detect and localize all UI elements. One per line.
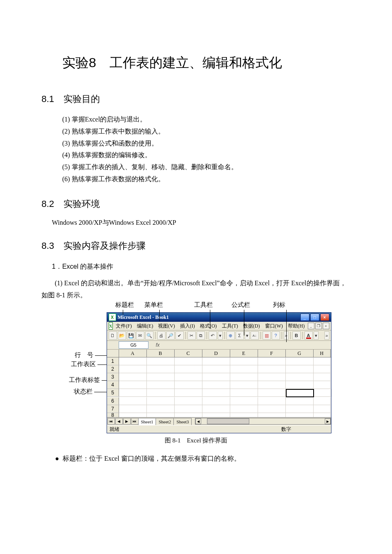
print-preview-icon[interactable]: 🔎 <box>166 331 175 340</box>
menu-format[interactable]: 格式(O) <box>198 322 219 330</box>
mail-icon[interactable]: ✉ <box>136 331 144 340</box>
objective-item: (5) 掌握工作表的插入、复制、移动、隐藏、删除和重命名。 <box>62 161 351 173</box>
toolbar-separator <box>290 332 291 339</box>
fx-label[interactable]: fx <box>156 342 160 348</box>
sheet-tab[interactable]: Sheet3 <box>173 418 192 425</box>
row-header[interactable]: 4 <box>107 381 119 389</box>
spellcheck-icon[interactable]: ✔ <box>175 331 184 340</box>
column-header[interactable]: G <box>286 350 314 357</box>
menu-bar: X 文件(F) 编辑(E) 视图(V) 插入(I) 格式(O) 工具(T) 数据… <box>107 322 331 330</box>
toolbar-separator <box>224 332 225 339</box>
status-numlock: 数字 <box>281 426 291 433</box>
undo-dropdown-icon[interactable]: ▾ <box>218 331 223 340</box>
doc-minimize-button[interactable]: _ <box>308 323 314 329</box>
figure-top-annotations: 标题栏 菜单栏 工具栏 公式栏 列标 <box>115 301 331 309</box>
sheet-tab[interactable]: Sheet2 <box>156 418 174 425</box>
font-color-button[interactable]: A <box>304 331 313 340</box>
annot-menubar: 菜单栏 <box>144 301 178 309</box>
toolbar-separator <box>282 332 282 339</box>
toolbar-separator <box>261 332 261 339</box>
annot-colheader: 列标 <box>273 301 294 309</box>
menu-edit[interactable]: 编辑(E) <box>135 322 155 330</box>
horizontal-scrollbar[interactable]: ◀ ▶ <box>195 418 331 425</box>
format-toolbar-more-icon[interactable]: » <box>324 331 329 340</box>
bold-button[interactable]: B <box>292 331 301 340</box>
doc-close-button[interactable]: × <box>323 323 329 329</box>
row-header[interactable]: 2 <box>107 365 119 373</box>
column-header[interactable]: H <box>314 350 331 357</box>
bullet-item: ● 标题栏：位于 Excel 窗口的顶端，其左侧显示有窗口的名称。 <box>53 453 351 465</box>
copy-icon[interactable]: ⧉ <box>197 331 205 340</box>
row-header[interactable]: 5 <box>107 389 119 397</box>
window-title: Microsoft Excel - Book1 <box>118 314 300 321</box>
close-button[interactable]: × <box>320 313 329 321</box>
column-header[interactable]: D <box>202 350 230 357</box>
column-header[interactable]: F <box>258 350 286 357</box>
toolbar-separator <box>155 332 156 339</box>
scroll-left-icon[interactable]: ◀ <box>195 418 201 424</box>
menu-view[interactable]: 视图(V) <box>156 322 177 330</box>
help-icon[interactable]: ? <box>272 331 280 340</box>
save-icon[interactable]: 💾 <box>127 331 135 340</box>
tab-nav-prev-icon[interactable]: ◀ <box>115 418 123 425</box>
sheet-tab[interactable]: Sheet1 <box>138 418 156 425</box>
worksheet-grid[interactable]: A B C D E F G H 1 2 3 4 5 6 <box>107 350 331 417</box>
tab-nav-next-icon[interactable]: ▶ <box>123 418 131 425</box>
annot-sheettabs: 工作表标签 <box>69 377 100 383</box>
objective-item: (6) 熟练掌握工作表数据的格式化。 <box>62 173 351 185</box>
menu-file[interactable]: 文件(F) <box>114 322 134 330</box>
subheading-1: 1．Excel 的基本操作 <box>52 262 351 271</box>
toolbar-separator <box>185 332 186 339</box>
objective-item: (1) 掌握Excel的启动与退出。 <box>62 114 351 126</box>
heading-8-3: 8.3 实验内容及操作步骤 <box>41 240 351 252</box>
row-header[interactable]: 8 <box>107 413 119 417</box>
menu-help[interactable]: 帮助(H) <box>286 322 307 330</box>
column-header[interactable]: A <box>119 350 147 357</box>
annot-titlebar: 标题栏 <box>115 301 140 309</box>
bullet-text: 标题栏：位于 Excel 窗口的顶端，其左侧显示有窗口的名称。 <box>63 455 240 462</box>
heading-8-1: 8.1 实验目的 <box>41 93 351 105</box>
active-cell[interactable] <box>286 389 314 397</box>
chart-icon[interactable]: ▥ <box>263 331 271 340</box>
annot-rowheader: 行 号 <box>75 352 93 358</box>
status-ready: 就绪 <box>110 426 119 433</box>
excel-app-icon: X <box>109 313 116 321</box>
autosum-icon[interactable]: Σ <box>236 331 244 340</box>
name-box[interactable]: G5 <box>119 341 149 349</box>
print-icon[interactable]: 🖨 <box>157 331 166 340</box>
new-icon[interactable]: 🗋 <box>109 331 117 340</box>
column-header[interactable]: E <box>230 350 258 357</box>
scroll-thumb[interactable] <box>207 418 249 424</box>
tab-nav-last-icon[interactable]: ⏭ <box>131 418 139 425</box>
search-icon[interactable]: 🔍 <box>145 331 153 340</box>
menu-window[interactable]: 窗口(W) <box>263 322 285 330</box>
row-header[interactable]: 1 <box>107 357 119 365</box>
undo-icon[interactable]: ↶ <box>209 331 217 340</box>
objective-item: (4) 熟练掌握数据的编辑修改。 <box>62 149 351 161</box>
paragraph-1: (1) Excel 的启动和退出。单击“开始/程序/Microsoft Exec… <box>41 277 351 301</box>
sort-asc-icon[interactable]: A↓ <box>251 331 259 340</box>
menu-insert[interactable]: 插入(I) <box>178 322 197 330</box>
row-header[interactable]: 7 <box>107 405 119 413</box>
annot-toolbar: 工具栏 <box>194 301 227 309</box>
row-header[interactable]: 3 <box>107 373 119 381</box>
sheet-tab-bar: ⏮ ◀ ▶ ⏭ Sheet1 Sheet2 Sheet3 ◀ ▶ <box>107 417 331 425</box>
hyperlink-icon[interactable]: ⊕ <box>226 331 235 340</box>
minimize-button[interactable]: _ <box>300 313 309 321</box>
cut-icon[interactable]: ✂ <box>187 331 196 340</box>
window-titlebar[interactable]: X Microsoft Excel - Book1 _ □ × <box>107 313 331 322</box>
column-header[interactable]: C <box>175 350 202 357</box>
row-header[interactable]: 6 <box>107 397 119 405</box>
scroll-right-icon[interactable]: ▶ <box>325 418 331 424</box>
menu-tools[interactable]: 工具(T) <box>220 322 240 330</box>
doc-restore-button[interactable]: ❐ <box>315 323 322 329</box>
font-color-dropdown-icon[interactable]: ▾ <box>314 331 319 340</box>
maximize-button[interactable]: □ <box>310 313 319 321</box>
tab-nav-first-icon[interactable]: ⏮ <box>107 418 115 425</box>
annot-gridarea: 工作表区 <box>71 361 96 367</box>
open-icon[interactable]: 📂 <box>118 331 126 340</box>
select-all-corner[interactable] <box>107 350 119 357</box>
column-header[interactable]: B <box>147 350 175 357</box>
autosum-dropdown-icon[interactable]: ▾ <box>245 331 250 340</box>
excel-window: X Microsoft Excel - Book1 _ □ × X 文件(F) … <box>107 312 331 433</box>
